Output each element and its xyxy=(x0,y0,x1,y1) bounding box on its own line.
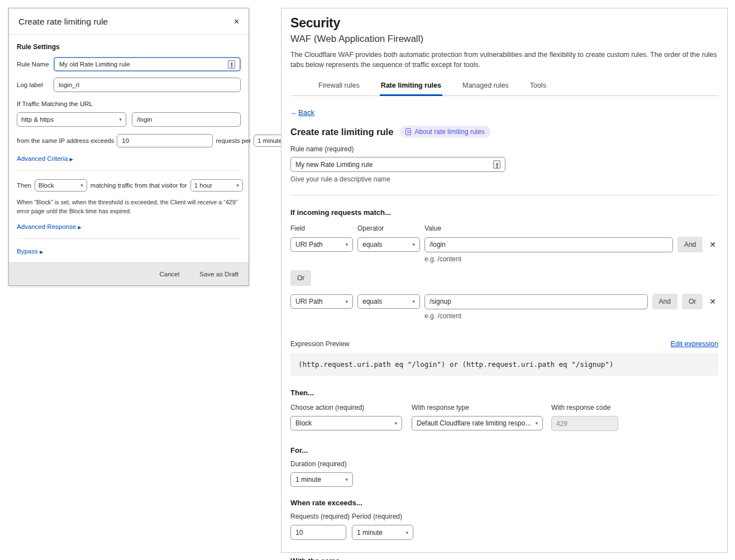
response-code-input xyxy=(556,420,613,428)
response-type-select[interactable]: Default Cloudflare rate limiting respons… xyxy=(412,416,543,430)
arrow-right-icon: ▶ xyxy=(70,157,73,162)
save-as-draft-button[interactable]: Save as Draft xyxy=(199,271,238,277)
response-type-value: Default Cloudflare rate limiting respons… xyxy=(417,419,532,427)
log-label-input[interactable] xyxy=(59,82,236,88)
advanced-criteria-link[interactable]: Advanced Criteria ▶ xyxy=(17,155,241,162)
operator-select[interactable]: equals ▾ xyxy=(357,294,420,309)
rate-period-select[interactable]: 1 minute ▾ xyxy=(352,525,413,540)
about-badge-label: About rate limiting rules xyxy=(414,128,484,136)
log-label-row: Log label xyxy=(17,78,241,92)
value-input[interactable] xyxy=(429,241,668,248)
requests-field-wrap xyxy=(290,525,346,540)
rule-name-help: Give your rule a descriptive name xyxy=(290,175,718,183)
cancel-button[interactable]: Cancel xyxy=(160,271,180,277)
value-column-label: Value xyxy=(424,224,441,232)
bypass-label: Bypass xyxy=(17,248,38,255)
form-title-row: Create rate limiting rule About rate lim… xyxy=(290,126,718,138)
bypass-link[interactable]: Bypass ▶ xyxy=(17,248,241,255)
rule-name-label: Rule Name xyxy=(17,61,49,68)
then-suffix: matching traffic from that visitor for xyxy=(90,182,187,189)
operator-select[interactable]: equals ▾ xyxy=(357,237,420,252)
rate-heading: When rate exceeds... xyxy=(290,499,718,507)
security-waf-panel: Security WAF (Web Application Firewall) … xyxy=(281,8,728,553)
remove-condition-icon[interactable]: ✕ xyxy=(707,296,718,307)
form-title: Create rate limiting rule xyxy=(290,127,393,137)
action-select[interactable]: Block ▾ xyxy=(290,416,402,430)
and-button[interactable]: And xyxy=(652,294,677,309)
tab-managed-rules[interactable]: Managed rules xyxy=(461,78,510,96)
traffic-match-label: If Traffic Matching the URL xyxy=(17,100,241,107)
chevron-down-icon: ▾ xyxy=(345,299,348,304)
choose-action-label: Choose action (required) xyxy=(290,404,402,411)
field-select[interactable]: URI Path ▾ xyxy=(290,237,353,252)
rule-name-section: Rule name (required) Give your rule a de… xyxy=(290,145,718,183)
requests-input[interactable] xyxy=(122,137,208,144)
scheme-select[interactable]: http & https ▾ xyxy=(17,112,126,127)
rule-settings-heading: Rule Settings xyxy=(17,43,241,51)
rule-name-input[interactable] xyxy=(295,161,490,169)
chevron-down-icon: ▾ xyxy=(80,183,83,188)
operator-column-label: Operator xyxy=(357,224,424,232)
threshold-prefix: from the same IP address exceeds xyxy=(17,137,114,144)
duration-select-value: 1 minute xyxy=(295,476,321,484)
back-link[interactable]: ← Back xyxy=(290,108,314,117)
traffic-match-row: http & https ▾ xyxy=(17,112,241,127)
field-select-value: URI Path xyxy=(295,241,323,248)
tab-rate-limiting-rules[interactable]: Rate limiting rules xyxy=(380,78,442,96)
for-heading: For... xyxy=(290,446,718,454)
url-input[interactable] xyxy=(137,116,236,123)
and-button[interactable]: And xyxy=(677,237,703,252)
rate-section: When rate exceeds... Requests (required)… xyxy=(290,499,718,540)
period-label: Period (required) xyxy=(352,513,402,520)
scheme-select-value: http & https xyxy=(21,116,54,123)
threshold-row: from the same IP address exceeds request… xyxy=(17,134,241,147)
edit-expression-link[interactable]: Edit expression xyxy=(671,340,718,348)
action-select-value: Block xyxy=(295,419,312,427)
requests-input[interactable] xyxy=(295,529,341,537)
log-label-field-wrap xyxy=(54,78,241,92)
duration-select[interactable]: 1 minute ▾ xyxy=(290,472,353,487)
response-type-label: With response type xyxy=(412,404,543,411)
match-heading: If incoming requests match... xyxy=(290,208,718,217)
tab-firewall-rules[interactable]: Firewall rules xyxy=(317,78,361,96)
chevron-down-icon: ▾ xyxy=(236,183,239,188)
operator-select-value: equals xyxy=(362,241,382,248)
about-rate-limiting-badge[interactable]: About rate limiting rules xyxy=(400,126,490,138)
chevron-down-icon: ▾ xyxy=(412,299,415,304)
or-button[interactable]: Or xyxy=(682,294,703,309)
advanced-response-link[interactable]: Advanced Response ▶ xyxy=(17,223,241,230)
period-select-value: 1 minute xyxy=(257,137,281,144)
action-select-value: Block xyxy=(39,182,54,189)
then-row: Then Block ▾ matching traffic from that … xyxy=(17,179,241,192)
value-hint: e.g. /content xyxy=(424,312,718,320)
field-column-label: Field xyxy=(290,224,357,232)
response-code-field-wrap xyxy=(551,416,618,431)
match-section: If incoming requests match... Field Oper… xyxy=(290,208,718,320)
or-button[interactable]: Or xyxy=(290,270,311,286)
condition-row: URI Path ▾ equals ▾ And ✕ xyxy=(290,237,718,252)
field-select[interactable]: URI Path ▾ xyxy=(290,294,353,309)
value-input[interactable] xyxy=(429,298,643,305)
rule-name-row: Rule Name xyxy=(17,57,241,71)
close-icon[interactable]: × xyxy=(234,17,239,26)
arrow-right-icon: ▶ xyxy=(40,250,43,255)
dialog-title: Create rate limiting rule xyxy=(18,17,108,27)
arrow-right-icon: ▶ xyxy=(78,225,81,230)
requests-label: Requests (required) xyxy=(290,513,352,520)
divider xyxy=(17,238,241,239)
tab-tools[interactable]: Tools xyxy=(529,78,547,96)
back-label: Back xyxy=(298,108,314,117)
block-note: When “Block” is set, when the threshold … xyxy=(17,198,241,216)
same-heading: With the same... xyxy=(290,557,718,560)
value-field-wrap xyxy=(424,237,673,252)
chevron-down-icon: ▾ xyxy=(345,242,348,247)
action-select[interactable]: Block ▾ xyxy=(35,179,87,192)
chevron-down-icon: ▾ xyxy=(412,242,415,247)
rule-name-input[interactable] xyxy=(59,61,225,68)
duration-label: Duration (required) xyxy=(290,460,718,468)
rule-name-field-wrap xyxy=(54,57,241,71)
rule-name-label: Rule name (required) xyxy=(290,145,718,153)
ban-duration-select[interactable]: 1 hour ▾ xyxy=(190,179,243,192)
remove-condition-icon[interactable]: ✕ xyxy=(707,239,718,250)
autofill-icon xyxy=(493,160,500,169)
